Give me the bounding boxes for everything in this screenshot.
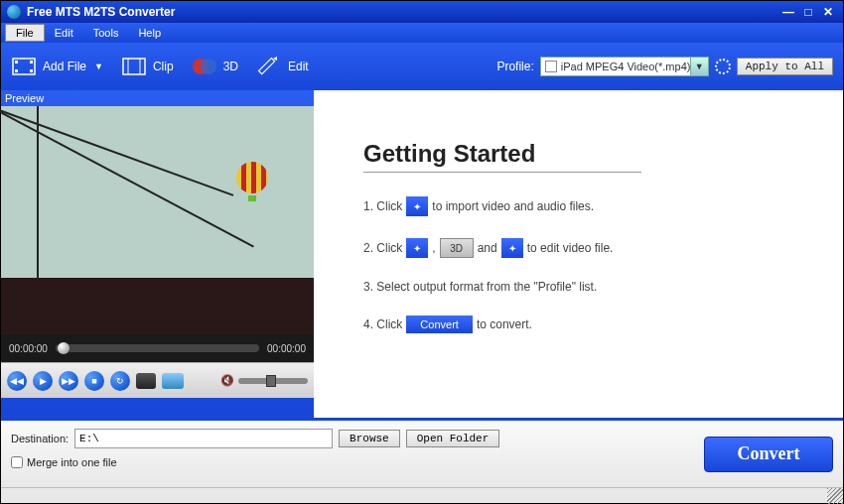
- destination-block: Destination: Browse Open Folder Merge in…: [11, 429, 692, 468]
- import-icon: ✦: [406, 196, 428, 216]
- chevron-down-icon: ▼: [690, 58, 708, 75]
- apply-to-all-button[interactable]: Apply to All: [737, 58, 833, 75]
- preview-pane: Preview 00:00:00 00:00:00 ◀◀ ▶ ▶▶ ■ ↻: [1, 90, 314, 418]
- menu-file[interactable]: File: [5, 24, 45, 42]
- svg-rect-3: [30, 61, 33, 63]
- profile-group: Profile: iPad MPEG4 Video(*.mp4) ▼ Apply…: [496, 57, 833, 76]
- snapshot-button[interactable]: [136, 373, 156, 389]
- profile-select[interactable]: iPad MPEG4 Video(*.mp4) ▼: [540, 57, 709, 76]
- volume-control: 🔇: [220, 374, 308, 387]
- prev-button[interactable]: ◀◀: [7, 371, 27, 391]
- svg-rect-1: [15, 61, 18, 63]
- merge-label: Merge into one file: [27, 456, 117, 468]
- menu-help[interactable]: Help: [128, 25, 171, 41]
- clip-label: Clip: [153, 60, 174, 73]
- pole-graphic: [37, 106, 39, 280]
- preview-label: Preview: [1, 90, 314, 106]
- getting-started-pane: Getting Started 1. Click ✦ to import vid…: [314, 90, 843, 418]
- destination-label: Destination:: [11, 433, 69, 444]
- 3d-icon: [192, 56, 217, 77]
- profile-label: Profile:: [496, 60, 533, 73]
- seek-track[interactable]: [56, 344, 259, 352]
- content-area: Preview 00:00:00 00:00:00 ◀◀ ▶ ▶▶ ■ ↻: [1, 90, 843, 418]
- step-4: 4. Click Convert to convert.: [363, 315, 803, 333]
- play-button[interactable]: ▶: [33, 371, 53, 391]
- next-button[interactable]: ▶▶: [59, 371, 78, 391]
- dropdown-caret-icon: ▼: [94, 62, 103, 71]
- toolbar: Add File ▼ Clip 3D Edit Profile: iPad MP…: [1, 43, 843, 90]
- browse-button[interactable]: Browse: [339, 430, 400, 447]
- step-1: 1. Click ✦ to import video and audio fil…: [363, 196, 803, 216]
- menubar: File Edit Tools Help: [1, 23, 843, 43]
- step-2: 2. Click ✦ , 3D and ✦ to edit video file…: [363, 238, 803, 258]
- edit-mini-icon: ✦: [501, 238, 523, 258]
- app-title: Free MTS M2TS Converter: [27, 5, 175, 19]
- svg-rect-4: [30, 69, 33, 72]
- film-icon: [11, 56, 37, 77]
- repeat-button[interactable]: ↻: [110, 371, 130, 391]
- time-total: 00:00:00: [267, 343, 306, 354]
- step-3: 3. Select output format from the "Profil…: [363, 280, 803, 294]
- video-preview[interactable]: [1, 106, 314, 334]
- time-current: 00:00:00: [9, 343, 48, 354]
- app-window: Free MTS M2TS Converter — □ ✕ File Edit …: [0, 0, 844, 504]
- clip-icon: [121, 56, 147, 77]
- profile-value: iPad MPEG4 Video(*.mp4): [561, 61, 691, 72]
- edit-icon: [256, 56, 282, 77]
- add-file-label: Add File: [43, 60, 86, 73]
- svg-rect-2: [15, 69, 18, 72]
- volume-knob[interactable]: [266, 375, 276, 387]
- destination-input[interactable]: [74, 429, 333, 448]
- ipad-icon: [545, 61, 557, 72]
- menu-edit[interactable]: Edit: [45, 25, 83, 41]
- convert-button[interactable]: Convert: [704, 437, 833, 472]
- player-controls: ◀◀ ▶ ▶▶ ■ ↻ 🔇: [1, 362, 314, 398]
- 3d-label: 3D: [223, 60, 238, 73]
- svg-rect-5: [123, 59, 145, 74]
- 3d-button[interactable]: 3D: [192, 56, 238, 77]
- seek-bar: 00:00:00 00:00:00: [1, 334, 314, 362]
- resize-grip[interactable]: [827, 488, 843, 504]
- convert-mini-button: Convert: [406, 315, 473, 333]
- snapshot-folder-button[interactable]: [162, 373, 184, 389]
- status-bar: [1, 487, 843, 503]
- clip-mini-icon: ✦: [406, 238, 428, 258]
- close-button[interactable]: ✕: [819, 5, 837, 19]
- settings-button[interactable]: [715, 59, 731, 74]
- maximize-button[interactable]: □: [799, 5, 817, 19]
- 3d-mini-icon: 3D: [440, 238, 474, 258]
- menu-tools[interactable]: Tools: [83, 25, 129, 41]
- edit-label: Edit: [288, 60, 309, 73]
- clip-button[interactable]: Clip: [121, 56, 174, 77]
- app-icon: [7, 5, 21, 19]
- getting-started-heading: Getting Started: [363, 140, 641, 173]
- stop-button[interactable]: ■: [84, 371, 104, 391]
- balloon-graphic: [236, 162, 268, 201]
- add-file-button[interactable]: Add File ▼: [11, 56, 103, 77]
- minimize-button[interactable]: —: [779, 5, 797, 19]
- seek-knob[interactable]: [58, 342, 70, 354]
- merge-checkbox[interactable]: [11, 456, 23, 468]
- footer: Destination: Browse Open Folder Merge in…: [1, 418, 843, 487]
- edit-button[interactable]: Edit: [256, 56, 309, 77]
- open-folder-button[interactable]: Open Folder: [406, 430, 500, 447]
- mute-icon[interactable]: 🔇: [220, 374, 234, 387]
- svg-point-9: [201, 59, 216, 74]
- wire-graphic: [0, 106, 233, 196]
- titlebar: Free MTS M2TS Converter — □ ✕: [1, 1, 843, 23]
- volume-slider[interactable]: [238, 378, 308, 384]
